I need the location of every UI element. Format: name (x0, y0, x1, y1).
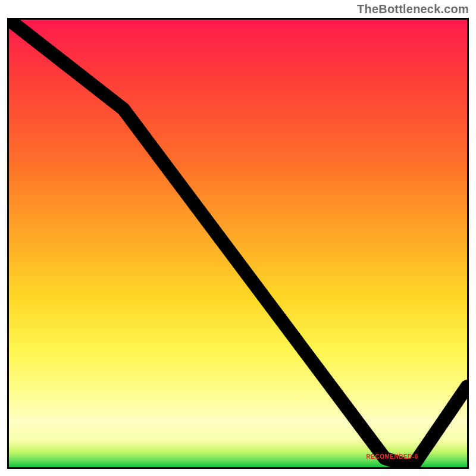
chart-plot-area: RECOMENDED-0 (7, 18, 469, 469)
chart-series-path (9, 20, 467, 467)
chart-series-line (9, 20, 467, 467)
attribution-text: TheBottleneck.com (357, 2, 469, 16)
chart-minimum-label: RECOMENDED-0 (367, 453, 418, 460)
